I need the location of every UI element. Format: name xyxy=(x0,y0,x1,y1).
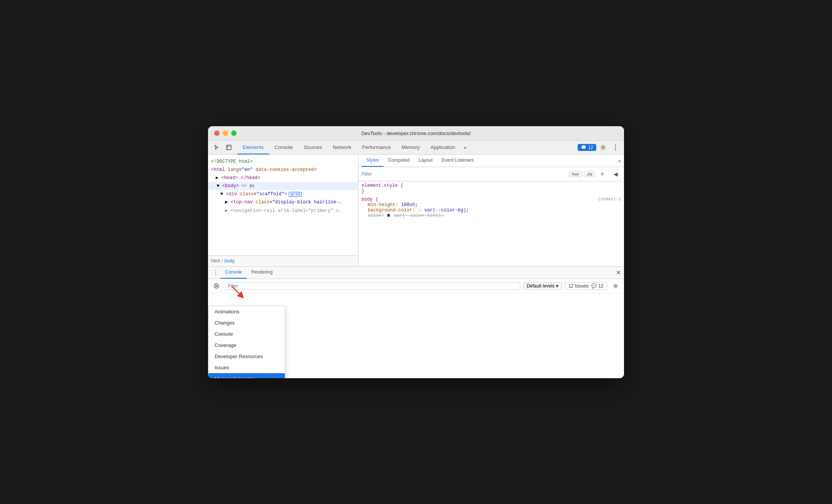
dropdown-item-console[interactable]: Console xyxy=(208,328,285,340)
dropdown-item-changes[interactable]: Changes xyxy=(208,317,285,328)
dom-line-html: <html lang="en" data-cookies-accepted> xyxy=(208,166,358,174)
filter-actions: :hov .cls + ◀ xyxy=(569,169,621,179)
close-panel-button[interactable]: ✕ xyxy=(616,269,621,276)
color-swatch-bg xyxy=(418,208,421,211)
window-title: DevTools - developer.chrome.com/docs/dev… xyxy=(361,130,470,136)
svg-point-1 xyxy=(602,147,604,149)
tab-elements[interactable]: Elements xyxy=(237,141,269,154)
add-style-icon[interactable]: + xyxy=(597,169,608,179)
bottom-panel: ⋮ Console Rendering ✕ Default levels ▾ xyxy=(208,266,624,378)
dom-tree[interactable]: <!DOCTYPE html> <html lang="en" data-coo… xyxy=(208,155,358,255)
cls-button[interactable]: .cls xyxy=(584,171,595,177)
navigate-style-icon[interactable]: ◀ xyxy=(610,169,621,179)
tab-layout[interactable]: Layout xyxy=(414,155,437,167)
tab-memory[interactable]: Memory xyxy=(396,141,425,154)
console-filter-input[interactable] xyxy=(225,282,520,290)
tab-performance[interactable]: Performance xyxy=(357,141,396,154)
issues-count: 12 xyxy=(588,145,593,150)
styles-filter-input[interactable] xyxy=(362,171,566,177)
cursor-icon[interactable] xyxy=(211,142,222,153)
dropdown-item-animations[interactable]: Animations xyxy=(208,306,285,317)
tab-network[interactable]: Network xyxy=(328,141,357,154)
traffic-lights xyxy=(214,130,237,136)
bottom-tabbar: ⋮ Console Rendering ✕ xyxy=(208,267,624,279)
dom-line-nav-rail: ▶ <navigation-rail aria-label="primary" … xyxy=(208,207,358,215)
dom-line-head: ▶ <head>…</head> xyxy=(208,174,358,182)
tab-rendering-bottom[interactable]: Rendering xyxy=(247,267,277,279)
console-settings-icon[interactable] xyxy=(610,281,621,291)
devtools-main: Elements Console Sources Network Perform… xyxy=(208,141,624,378)
issues-chat-icon: 💬 xyxy=(591,283,597,289)
clear-console-icon[interactable] xyxy=(211,281,222,291)
dom-breadcrumb: html › body xyxy=(208,255,358,266)
top-right-actions: 💬 12 xyxy=(578,142,621,153)
issues-icon: 💬 xyxy=(581,145,587,150)
hov-button[interactable]: :hov xyxy=(569,171,582,177)
inspect-icon[interactable] xyxy=(223,142,234,153)
dropdown-item-issues[interactable]: Issues xyxy=(208,362,285,373)
dom-line-scaffold: ▼ <div class="scaffold">grid xyxy=(208,190,358,198)
svg-point-6 xyxy=(615,285,616,287)
styles-panel: Styles Computed Layout Event Listeners »… xyxy=(359,155,624,266)
more-options-icon[interactable] xyxy=(610,142,621,153)
issues-count-badge[interactable]: 12 Issues: 💬 12 xyxy=(565,282,607,290)
style-rule-body: body { (index):1 min-height: 100vh; back… xyxy=(362,197,621,218)
svg-rect-0 xyxy=(227,145,231,150)
issues-badge[interactable]: 💬 12 xyxy=(578,144,596,151)
tab-styles[interactable]: Styles xyxy=(362,155,384,167)
styles-overflow-btn[interactable]: » xyxy=(618,158,621,164)
dom-panel: <!DOCTYPE html> <html lang="en" data-coo… xyxy=(208,155,359,266)
devtools-window: DevTools - developer.chrome.com/docs/dev… xyxy=(208,126,624,378)
tab-computed[interactable]: Computed xyxy=(384,155,414,167)
chevron-down-icon: ▾ xyxy=(556,283,558,289)
styles-content: element.style { } body { (index):1 min-h… xyxy=(359,181,624,266)
tab-console[interactable]: Console xyxy=(269,141,298,154)
close-icon: ✕ xyxy=(616,269,621,276)
dropdown-item-developer-resources[interactable]: Developer Resources xyxy=(208,351,285,362)
tab-application[interactable]: Application xyxy=(425,141,461,154)
titlebar: DevTools - developer.chrome.com/docs/dev… xyxy=(208,126,624,141)
toolbar-icons xyxy=(211,142,234,153)
tabs-overflow-button[interactable]: » xyxy=(460,141,470,154)
breadcrumb-body[interactable]: body xyxy=(225,258,235,264)
dom-line-body: … ▼ <body> == $0 xyxy=(208,182,358,190)
tab-event-listeners[interactable]: Event Listeners xyxy=(437,155,479,167)
maximize-button[interactable] xyxy=(231,130,237,136)
dom-line-doctype: <!DOCTYPE html> xyxy=(208,158,358,166)
close-button[interactable] xyxy=(214,130,220,136)
breadcrumb-html[interactable]: html xyxy=(211,258,220,264)
dropdown-item-coverage[interactable]: Coverage xyxy=(208,340,285,351)
dom-line-topnav: ▶ <top-nav class="display-block hairline… xyxy=(208,198,358,206)
svg-point-4 xyxy=(615,149,616,151)
more-tools-dropdown: Animations Changes Console Coverage Deve… xyxy=(208,306,285,378)
main-tabs: Elements Console Sources Network Perform… xyxy=(237,141,578,154)
style-rule-element: element.style { } xyxy=(362,183,621,194)
default-levels-button[interactable]: Default levels ▾ xyxy=(523,282,562,290)
console-toolbar: Default levels ▾ 12 Issues: 💬 12 xyxy=(208,279,624,293)
svg-point-3 xyxy=(615,147,616,148)
color-swatch-text xyxy=(387,214,390,217)
minimize-button[interactable] xyxy=(223,130,228,136)
tab-console-bottom[interactable]: Console xyxy=(220,267,247,279)
top-tabbar: Elements Console Sources Network Perform… xyxy=(208,141,624,155)
styles-tabbar: Styles Computed Layout Event Listeners » xyxy=(359,155,624,167)
svg-point-2 xyxy=(615,145,616,146)
styles-filter-bar: :hov .cls + ◀ xyxy=(359,167,624,181)
main-content: <!DOCTYPE html> <html lang="en" data-coo… xyxy=(208,155,624,266)
tab-sources[interactable]: Sources xyxy=(298,141,328,154)
settings-icon[interactable] xyxy=(598,142,609,153)
dropdown-item-memory-inspector[interactable]: Memory Inspector xyxy=(208,373,285,378)
bottom-menu-icon[interactable]: ⋮ xyxy=(211,269,220,276)
